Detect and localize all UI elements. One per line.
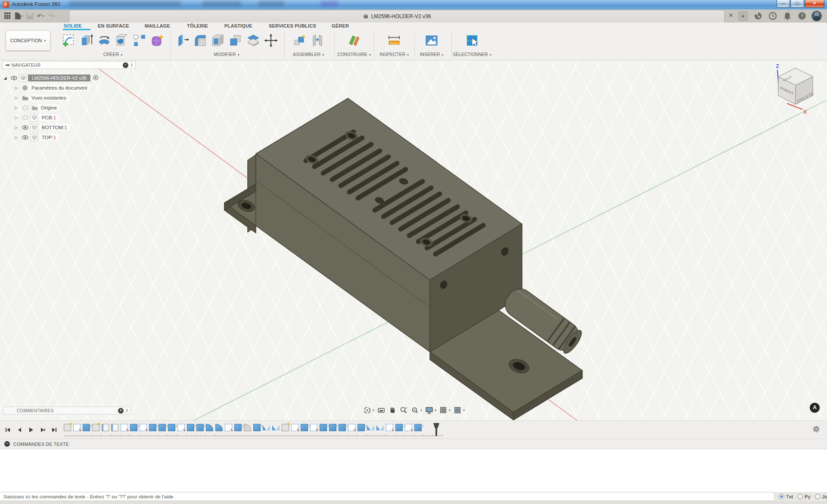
timeline-playhead[interactable] [433, 423, 439, 436]
extensions-icon[interactable] [754, 12, 762, 20]
tab-services-publics[interactable]: SERVICES PUBLICS [269, 23, 316, 28]
job-status-clock-icon[interactable] [768, 12, 777, 20]
expand-icon[interactable]: ◢ [2, 76, 8, 80]
joint-icon[interactable] [308, 31, 326, 50]
eye-icon[interactable] [10, 76, 18, 80]
combine-icon[interactable] [227, 31, 244, 50]
eye-hidden-icon[interactable] [21, 106, 29, 110]
create-sketch-icon[interactable] [60, 31, 78, 50]
file-menu-button[interactable]: ▾ [15, 12, 23, 19]
tab-en-surface[interactable]: EN SURFACE [98, 23, 129, 28]
collapse-panel-icon[interactable]: ◀◀ [5, 63, 9, 67]
group-label-assembler[interactable]: ASSEMBLER ▾ [293, 52, 324, 57]
timeline-feature-sketch[interactable] [405, 424, 412, 431]
group-label-construire[interactable]: CONSTRUIRE ▾ [337, 52, 370, 57]
extrude-icon[interactable] [78, 31, 95, 50]
minimize-button[interactable]: — [777, 0, 790, 8]
timeline-feature-extrude[interactable] [83, 424, 90, 431]
timeline-feature-component[interactable] [92, 424, 99, 431]
document-tab[interactable]: LM2596-HOLDER-V2 v36 [69, 10, 724, 22]
undo-button[interactable]: ↶▾ [37, 12, 44, 19]
construction-plane-icon[interactable] [345, 31, 363, 50]
timeline-feature-sketch[interactable] [310, 424, 317, 431]
timeline-feature-mirror[interactable] [367, 424, 374, 431]
timeline-settings-gear-icon[interactable] [812, 425, 820, 433]
timeline-feature-sketch[interactable] [73, 424, 81, 431]
close-tab-icon[interactable]: ✕ [727, 12, 735, 19]
eye-icon[interactable] [21, 135, 29, 140]
grid-settings-button[interactable]: ▾ [439, 406, 451, 414]
expand-icon[interactable]: ▷ [13, 86, 19, 90]
tab-plastique[interactable]: PLASTIQUE [224, 23, 252, 28]
press-pull-icon[interactable] [174, 31, 191, 50]
group-label-creer[interactable]: CRÉER ▾ [103, 52, 123, 57]
timeline-feature-mirror[interactable] [263, 424, 270, 431]
insert-image-icon[interactable] [423, 31, 441, 50]
expand-panel-icon[interactable]: + [118, 408, 124, 414]
step-forward-button[interactable] [38, 426, 47, 434]
text-commands-output[interactable] [0, 449, 827, 492]
orbit-button[interactable]: ▾ [363, 406, 374, 414]
timeline-feature-sketch[interactable] [121, 424, 128, 431]
notifications-bell-icon[interactable] [783, 12, 792, 20]
timeline-feature-extrude[interactable] [159, 424, 166, 431]
shell-icon[interactable] [209, 31, 227, 50]
group-label-modifier[interactable]: MODIFIER ▾ [214, 52, 239, 57]
play-button[interactable] [27, 426, 35, 434]
timeline-feature-sketch[interactable] [386, 424, 393, 431]
expand-icon[interactable]: ▷ [13, 106, 19, 110]
timeline-feature-fillet[interactable] [215, 424, 223, 431]
timeline-feature-extrude[interactable] [196, 424, 204, 431]
timeline-feature-plane[interactable] [102, 424, 109, 431]
zoom-button[interactable]: ± [400, 406, 408, 414]
tree-item-bottom[interactable]: ▷ BOTTOM:1 [2, 122, 136, 132]
step-back-button[interactable] [15, 426, 24, 434]
viewports-button[interactable]: ▾ [454, 406, 465, 414]
panel-drag-handle[interactable]: ‖ [126, 408, 128, 413]
timeline-feature-extrude[interactable] [339, 424, 346, 431]
maximize-button[interactable]: ▢ [790, 0, 804, 8]
timeline-ruler[interactable] [64, 434, 443, 436]
timeline-feature-sketch[interactable] [348, 424, 355, 431]
eye-hidden-icon[interactable] [21, 115, 29, 120]
create-form-icon[interactable] [148, 31, 166, 50]
timeline-feature-extrude[interactable] [130, 424, 137, 431]
expand-icon[interactable]: ▷ [13, 125, 19, 130]
timeline-feature-mirror[interactable] [376, 424, 384, 431]
mode-py[interactable]: Py [797, 494, 810, 499]
fillet-icon[interactable] [191, 31, 209, 50]
tree-item-top[interactable]: ▷ TOP:1 [2, 132, 136, 142]
radio-py[interactable] [797, 494, 803, 499]
expand-icon[interactable]: ▷ [13, 135, 19, 140]
radio-txt[interactable] [779, 494, 784, 499]
redo-button[interactable]: ↷▾ [48, 12, 56, 19]
timeline-feature-component[interactable] [64, 424, 71, 431]
model-3d[interactable] [224, 98, 585, 420]
timeline-feature-extrude[interactable] [395, 424, 403, 431]
viewport-3d-canvas[interactable]: ◀◀ NAVIGATEUR − ‖ ◢ LM2596-HOLDER-V2 v36 [0, 60, 827, 420]
new-component-icon[interactable] [291, 31, 308, 50]
fit-button[interactable]: ▾ [411, 406, 422, 414]
revolve-icon[interactable] [95, 31, 113, 50]
timeline-feature-extrude[interactable] [187, 424, 194, 431]
panel-drag-handle[interactable]: ‖ [131, 63, 133, 68]
expand-icon[interactable]: ▷ [13, 96, 19, 100]
view-cube[interactable]: Z X HAUT AVANT DROITE [765, 60, 827, 118]
tab-gerer[interactable]: GÉRER [332, 23, 349, 28]
group-label-inserer[interactable]: INSÉRER ▾ [420, 52, 444, 57]
timeline-feature-sketch[interactable] [225, 424, 232, 431]
timeline-feature-fillet[interactable] [206, 424, 213, 431]
tree-item-pcb[interactable]: ▷ PCB:1 [2, 112, 136, 122]
timeline-feature-plane[interactable] [111, 424, 118, 431]
pattern-icon[interactable] [131, 31, 148, 50]
timeline-feature-extrude[interactable] [301, 424, 308, 431]
new-tab-button[interactable]: + [738, 11, 748, 21]
root-document-label[interactable]: LM2596-HOLDER-V2 v36 [28, 75, 90, 81]
measure-icon[interactable] [386, 31, 403, 50]
help-icon[interactable]: ? [798, 12, 806, 20]
timeline-feature-sketch[interactable] [140, 424, 147, 431]
timeline-feature-component[interactable] [282, 424, 289, 431]
command-input[interactable] [0, 492, 774, 501]
go-to-end-button[interactable] [50, 426, 59, 434]
minimize-panel-icon[interactable]: − [123, 62, 128, 68]
